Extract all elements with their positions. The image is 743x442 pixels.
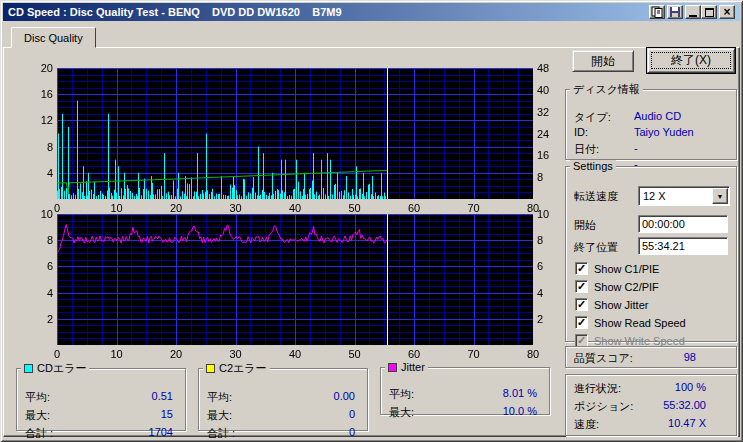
max-label: 最大: <box>25 409 50 421</box>
jitter-title: Jitter <box>401 361 425 373</box>
progress-panel: 進行状況:100 % ポジション:55:32.00 速度:10.47 X <box>565 374 737 436</box>
jitter-legend-swatch <box>388 363 397 372</box>
avg-value: 8.01 % <box>503 387 537 399</box>
max-label: 最大: <box>389 406 414 418</box>
c1-legend-swatch <box>24 364 33 373</box>
c2-error-stats-group: C2エラー 平均:0.00 最大:0 合計 :0 <box>198 361 368 431</box>
window-title: CD Speed : Disc Quality Test - BENQ DVD … <box>8 3 342 21</box>
total-value: 0 <box>349 426 355 438</box>
quality-score-panel: 品質スコア: 98 <box>565 346 737 368</box>
avg-label: 平均: <box>389 388 414 400</box>
disc-type-value: Audio CD <box>634 110 681 122</box>
cd-error-title: CDエラー <box>37 362 86 374</box>
total-value: 1704 <box>149 426 173 438</box>
exit-button-label: 終了(X) <box>651 52 731 69</box>
total-label: 合計 : <box>25 427 53 439</box>
progress-value: 100 % <box>675 381 706 393</box>
quality-score-value: 98 <box>684 351 696 363</box>
total-label: 合計 : <box>207 427 235 439</box>
disc-date-value: - <box>634 142 638 154</box>
speed-label: 転送速度 <box>574 190 618 202</box>
maximize-icon <box>705 8 714 17</box>
checkbox-label: Show C2/PIF <box>594 281 659 293</box>
jitter-stats-group: Jitter 平均:8.01 % 最大:10.0 % <box>380 361 550 415</box>
avg-value: 0.51 <box>152 390 173 402</box>
chevron-down-icon[interactable]: ▼ <box>712 188 728 204</box>
disc-id-label: ID: <box>574 126 588 138</box>
speed-stat-label: 速度: <box>574 418 599 430</box>
c1-error-chart <box>57 68 533 199</box>
checkbox-label: Show C1/PIE <box>594 263 659 275</box>
close-button[interactable]: × <box>719 5 735 19</box>
report-icon <box>651 6 663 18</box>
max-value: 15 <box>161 408 173 420</box>
start-pos-label: 開始 <box>574 219 596 231</box>
start-position-input[interactable] <box>638 215 728 233</box>
report-button[interactable] <box>649 5 665 19</box>
app-window: CD Speed : Disc Quality Test - BENQ DVD … <box>0 0 743 442</box>
disc-info-title: ディスク情報 <box>570 82 643 97</box>
speed-select[interactable]: 12 X ▼ <box>638 186 730 206</box>
cd-error-stats-group: CDエラー 平均:0.51 最大:15 合計 :1704 <box>16 361 186 431</box>
minimize-icon <box>689 15 697 17</box>
disc-type-label: タイプ: <box>574 111 611 123</box>
checkbox-checked-icon: ✓ <box>575 298 588 311</box>
end-pos-label: 終了位置 <box>574 241 618 253</box>
quality-score-label: 品質スコア: <box>574 351 633 366</box>
speed-stat-value: 10.47 X <box>668 417 706 429</box>
max-value: 0 <box>349 408 355 420</box>
avg-label: 平均: <box>207 391 232 403</box>
save-button[interactable] <box>667 5 683 19</box>
start-button[interactable]: 開始 <box>572 50 634 72</box>
disc-date-label: 日付: <box>574 143 599 155</box>
checkbox-label: Show Jitter <box>594 299 648 311</box>
position-label: ポジション: <box>574 400 633 412</box>
tab-label: Disc Quality <box>24 32 83 44</box>
close-icon: × <box>723 7 730 17</box>
max-label: 最大: <box>207 409 232 421</box>
minimize-button[interactable] <box>685 5 701 19</box>
c2-legend-swatch <box>206 364 215 373</box>
checkbox-checked-icon: ✓ <box>575 262 588 275</box>
settings-title: Settings <box>570 160 616 172</box>
checkbox-checked-icon: ✓ <box>575 280 588 293</box>
avg-label: 平均: <box>25 391 50 403</box>
avg-value: 0.00 <box>334 390 355 402</box>
disc-id-value: Taiyo Yuden <box>634 126 694 138</box>
position-value: 55:32.00 <box>663 399 706 411</box>
checkbox-label: Show Read Speed <box>594 317 686 329</box>
jitter-chart <box>57 214 533 345</box>
c2-error-title: C2エラー <box>219 362 267 374</box>
tab-disc-quality[interactable]: Disc Quality <box>11 27 96 48</box>
titlebar[interactable]: CD Speed : Disc Quality Test - BENQ DVD … <box>3 3 740 21</box>
end-position-input[interactable] <box>638 237 728 255</box>
exit-button[interactable]: 終了(X) <box>646 47 736 74</box>
settings-group: Settings 転送速度 12 X ▼ 開始 終了位置 ✓ Show C1/P… <box>565 160 737 342</box>
progress-label: 進行状況: <box>574 382 621 394</box>
speed-value: 12 X <box>643 190 666 202</box>
checkbox-checked-icon: ✓ <box>575 316 588 329</box>
save-icon <box>669 6 681 18</box>
maximize-button[interactable] <box>701 5 717 19</box>
max-value: 10.0 % <box>503 405 537 417</box>
disc-info-group: ディスク情報 タイプ:Audio CD ID:Taiyo Yuden 日付:- … <box>565 82 737 160</box>
